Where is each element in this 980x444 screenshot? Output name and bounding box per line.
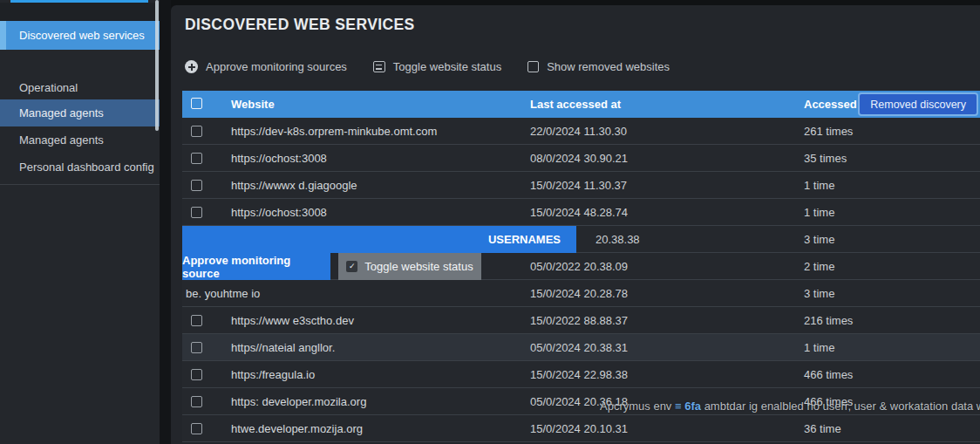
- row-checkbox[interactable]: [191, 423, 202, 434]
- grid-box-icon: [373, 61, 385, 72]
- toggle-website-status-action[interactable]: Toggle website status: [373, 60, 501, 73]
- show-removed-websites-toggle[interactable]: Show removed websites: [527, 60, 670, 73]
- website-cell: https://ochost:3008: [231, 152, 524, 165]
- last-accessed-cell: 05/0/2024 20.38.31: [524, 341, 798, 354]
- table-header-row: Website Last accessed at Accessed Remove…: [182, 91, 980, 118]
- accessed-cell: 466 times: [798, 395, 980, 408]
- table-row-actions[interactable]: 05/0/2022 20.38.09 2 time Approve monito…: [182, 253, 980, 280]
- sidebar-item-label: Managed agents: [19, 106, 104, 120]
- select-all-checkbox[interactable]: [191, 98, 202, 109]
- accessed-cell: 261 times: [798, 125, 980, 138]
- checkbox-cell: [182, 396, 231, 407]
- checkbox-cell: [182, 207, 231, 218]
- last-accessed-cell: 15/0/2024 20.10.31: [524, 422, 798, 435]
- websites-table: Website Last accessed at Accessed Remove…: [182, 91, 980, 442]
- table-row[interactable]: https://wwwx d.giagoogle 15/0/2024 11.30…: [182, 172, 980, 199]
- accessed-cell: 2 time: [798, 260, 980, 273]
- checkbox-cell: [182, 423, 231, 434]
- website-cell: https://www e3sctho.dev: [231, 314, 524, 327]
- sidebar-top-shade: [0, 3, 160, 21]
- checked-checkbox-icon: ✓: [346, 261, 357, 272]
- accessed-cell: 35 times: [798, 152, 980, 165]
- sidebar-item-personal-dashboard-config[interactable]: Personal dashboard config: [0, 154, 160, 179]
- table-row[interactable]: https://ochost:3008 08/0/2024 30.90.21 3…: [182, 145, 980, 172]
- row-checkbox[interactable]: [191, 180, 202, 191]
- usernames-band: USERNAMES: [182, 226, 576, 253]
- last-accessed-cell: 15/0/2024 48.28.74: [524, 206, 798, 219]
- table-row[interactable]: https://www e3sctho.dev 15/0/2022 88.88.…: [182, 307, 980, 334]
- table-row[interactable]: be. youhtme io 15/0/2024 20.28.78 3 time: [182, 280, 980, 307]
- plus-circle-icon: [185, 60, 198, 73]
- last-accessed-cell: 15/0/2024 20.28.78: [524, 287, 798, 300]
- removed-discovery-button[interactable]: Removed discovery: [858, 92, 978, 116]
- sidebar-scrollbar-thumb[interactable]: [155, 0, 159, 131]
- last-accessed-cell: 15/0/2024 11.30.37: [524, 179, 798, 192]
- table-row[interactable]: https//nateial angllor. 05/0/2024 20.38.…: [182, 334, 980, 361]
- checkbox-cell: [182, 126, 231, 137]
- table-row[interactable]: https://ochost:3008 15/0/2024 48.28.74 1…: [182, 199, 980, 226]
- approve-monitoring-sources-action[interactable]: Approve monitoring sources: [185, 60, 347, 73]
- website-cell: https://dev-k8s.orprem-minkube.omt.com: [231, 125, 524, 138]
- table-row-usernames[interactable]: 20.38.38 3 time USERNAMES: [182, 226, 980, 253]
- row-checkbox[interactable]: [191, 396, 202, 407]
- sidebar-divider: [0, 184, 160, 185]
- checkbox-cell: [182, 342, 231, 353]
- row-checkbox[interactable]: [191, 342, 202, 353]
- page-title: DISCOVERED WEB SERVICES: [185, 16, 980, 34]
- sidebar-top-accent-strip: [10, 0, 148, 3]
- website-cell: https//nateial angllor.: [231, 341, 524, 354]
- sidebar-item-label: Discovered web services: [19, 29, 145, 42]
- table-row[interactable]: https://dev-k8s.orprem-minkube.omt.com 2…: [182, 118, 980, 145]
- toggle-button-label: Toggle website status: [364, 260, 473, 273]
- row-checkbox[interactable]: [191, 315, 202, 326]
- checkbox-cell: [182, 315, 231, 326]
- accessed-cell: 216 times: [798, 314, 980, 327]
- checkbox-cell: [182, 180, 231, 191]
- accessed-cell: 1 time: [798, 179, 980, 192]
- toolbar-item-label: Show removed websites: [547, 60, 670, 73]
- sidebar-item-label: Managed agents: [19, 133, 104, 147]
- accessed-cell: 466 times: [798, 368, 980, 381]
- website-cell: https: developer.mozila.org: [231, 395, 524, 408]
- column-header-last-accessed[interactable]: Last accessed at: [524, 98, 798, 111]
- table-row[interactable]: https:/freagula.io 15/0/2024 22.98.38 46…: [182, 361, 980, 388]
- checkbox-cell: [182, 369, 231, 380]
- checkbox-cell: [182, 153, 231, 164]
- table-row[interactable]: https: developer.mozila.org 05/0/2024 20…: [182, 388, 980, 415]
- main-panel: DISCOVERED WEB SERVICES Approve monitori…: [171, 5, 980, 444]
- accessed-cell: 36 time: [798, 422, 980, 435]
- sidebar-item-label: Personal dashboard config: [19, 161, 154, 174]
- toolbar-item-label: Approve monitoring sources: [206, 60, 347, 73]
- sidebar-item-discovered-web-services[interactable]: Discovered web services: [0, 21, 160, 50]
- toggle-website-status-button[interactable]: ✓ Toggle website status: [338, 253, 481, 280]
- approve-monitoring-source-button[interactable]: Approve monitoring source: [182, 253, 330, 280]
- sidebar-item-label: Operational: [19, 81, 78, 94]
- sidebar-item-managed-agents-2[interactable]: Managed agents: [0, 127, 160, 152]
- last-accessed-cell: 05/0/2022 20.38.09: [524, 260, 798, 273]
- accessed-cell: 3 time: [798, 287, 980, 300]
- sidebar-main-divider-gap: [160, 0, 171, 444]
- row-checkbox[interactable]: [191, 153, 202, 164]
- table-row[interactable]: htwe.developer.mozija.org 15/0/2024 20.1…: [182, 415, 980, 442]
- toolbar: Approve monitoring sources Toggle websit…: [185, 60, 980, 73]
- last-accessed-cell: 08/0/2024 30.90.21: [524, 152, 798, 165]
- last-accessed-cell: 15/0/2024 22.98.38: [524, 368, 798, 381]
- sidebar: Discovered web services Operational Mana…: [0, 0, 160, 444]
- website-cell: https://ochost:3008: [231, 206, 524, 219]
- header-checkbox-cell: [182, 98, 231, 112]
- sidebar-item-operational[interactable]: Operational: [0, 75, 160, 99]
- row-checkbox[interactable]: [191, 369, 202, 380]
- accessed-cell: 1 time: [798, 341, 980, 354]
- last-accessed-cell: 22/0/2024 11.30.30: [524, 125, 798, 138]
- website-cell: htwe.developer.mozija.org: [231, 422, 524, 435]
- checkbox-empty-icon: [527, 61, 539, 72]
- accessed-cell: 3 time: [798, 233, 980, 246]
- sidebar-item-managed-agents-1[interactable]: Managed agents: [0, 99, 160, 126]
- column-header-website[interactable]: Website: [231, 98, 524, 111]
- last-accessed-cell: 05/0/2024 20.36.18: [524, 395, 798, 408]
- accessed-cell: 1 time: [798, 206, 980, 219]
- website-cell: https:/freagula.io: [231, 368, 524, 381]
- website-cell: be. youhtme io: [182, 287, 524, 300]
- row-checkbox[interactable]: [191, 126, 202, 137]
- row-checkbox[interactable]: [191, 207, 202, 218]
